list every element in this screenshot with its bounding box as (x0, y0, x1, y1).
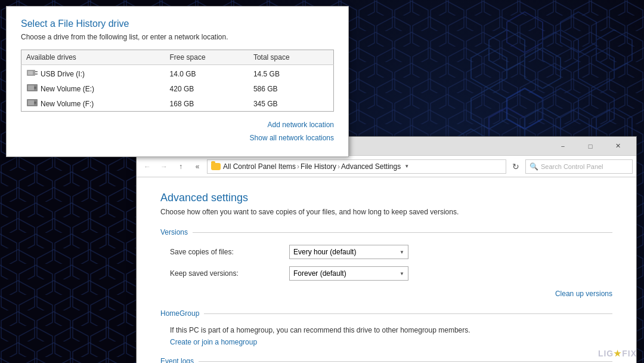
path-dropdown-button[interactable]: ▼ (401, 159, 413, 174)
create-homegroup-link[interactable]: Create or join a homegroup (160, 338, 612, 346)
save-copies-row: Save copies of files: Every hour (defaul… (160, 245, 612, 259)
search-box[interactable]: 🔍 Search Control Panel (525, 159, 633, 174)
homegroup-description: If this PC is part of a homegroup, you c… (160, 326, 612, 334)
watermark-fix: FIX (622, 349, 637, 358)
save-copies-dropdown-arrow: ▼ (400, 250, 404, 255)
versions-section-header: Versions (160, 228, 612, 236)
drive-icon (26, 69, 38, 79)
dialog-subtitle: Choose a drive from the following list, … (21, 33, 334, 41)
breadcrumb-part3: Advanced Settings (341, 162, 401, 171)
close-button[interactable]: ✕ (604, 137, 631, 156)
recent-locations-button[interactable]: « (190, 159, 205, 174)
drive-name: USB Drive (I:) (41, 70, 85, 78)
save-copies-value: Every hour (default) (293, 248, 356, 256)
address-path[interactable]: All Control Panel Items › File History ›… (207, 159, 506, 174)
path-sep1: › (297, 162, 299, 171)
keep-versions-value: Forever (default) (293, 269, 346, 278)
clean-up-versions-link[interactable]: Clean up versions (555, 290, 612, 298)
file-history-dialog: Select a File History drive Choose a dri… (6, 6, 349, 157)
keep-versions-label: Keep saved versions: (170, 269, 289, 278)
drive-total-space: 14.5 GB (249, 65, 334, 82)
col-header-free: Free space (165, 50, 249, 65)
content-subtitle: Choose how often you want to save copies… (160, 208, 612, 216)
search-icon: 🔍 (530, 162, 538, 171)
path-sep2: › (338, 162, 340, 171)
drive-name: New Volume (E:) (41, 85, 94, 93)
minimize-button[interactable]: − (549, 137, 577, 156)
svg-rect-50 (35, 73, 38, 75)
svg-rect-49 (35, 71, 38, 72)
content-title: Advanced settings (160, 192, 612, 204)
keep-versions-row: Keep saved versions: Forever (default) ▼ (160, 266, 612, 281)
search-placeholder: Search Control Panel (541, 163, 603, 170)
clean-up-link-container: Clean up versions (160, 288, 612, 299)
col-header-total: Total space (249, 50, 334, 65)
dialog-links: Add network location Show all network lo… (21, 119, 334, 144)
window-controls: − □ ✕ (549, 137, 631, 156)
svg-point-54 (34, 87, 36, 89)
save-copies-dropdown[interactable]: Every hour (default) ▼ (289, 245, 408, 259)
watermark: LIG★FIX (598, 349, 637, 358)
drive-free-space: 168 GB (165, 96, 249, 112)
drive-name-cell: USB Drive (I:) (21, 65, 165, 82)
drive-name: New Volume (F:) (41, 100, 94, 108)
drive-free-space: 14.0 GB (165, 65, 249, 82)
window-content: Advanced settings Choose how often you w… (137, 177, 636, 363)
watermark-text: LIG (598, 349, 614, 358)
svg-rect-53 (28, 85, 34, 90)
table-row[interactable]: USB Drive (I:) 14.0 GB 14.5 GB (21, 65, 334, 82)
event-logs-label: Event logs (160, 357, 194, 363)
table-row[interactable]: New Volume (F:) 168 GB 345 GB (21, 96, 334, 112)
drive-total-space: 345 GB (249, 96, 334, 112)
drive-free-space: 420 GB (165, 81, 249, 96)
homegroup-label: HomeGroup (160, 309, 199, 318)
event-logs-divider-line (199, 361, 612, 362)
svg-rect-56 (28, 100, 34, 105)
versions-divider-line (193, 232, 612, 233)
up-button[interactable]: ↑ (174, 159, 188, 174)
advanced-settings-window: Advanced Settings − □ ✕ ← → ↑ « All Cont… (136, 136, 637, 363)
drive-total-space: 586 GB (249, 81, 334, 96)
homegroup-section-header: HomeGroup (160, 309, 612, 318)
show-all-network-link[interactable]: Show all network locations (21, 132, 334, 145)
breadcrumb-part2: File History (301, 162, 336, 171)
event-logs-section-header: Event logs (160, 357, 612, 363)
save-copies-label: Save copies of files: (170, 248, 289, 256)
drive-name-cell: New Volume (E:) (21, 81, 165, 96)
breadcrumb-part1: All Control Panel Items (223, 162, 296, 171)
back-button[interactable]: ← (140, 159, 154, 174)
keep-versions-dropdown-arrow: ▼ (400, 271, 404, 276)
drive-name-cell: New Volume (F:) (21, 96, 165, 112)
versions-label: Versions (160, 228, 188, 236)
forward-button[interactable]: → (157, 159, 171, 174)
address-bar: ← → ↑ « All Control Panel Items › File H… (137, 156, 636, 177)
keep-versions-dropdown[interactable]: Forever (default) ▼ (289, 266, 408, 281)
homegroup-divider-line (204, 313, 612, 314)
drive-icon (26, 84, 38, 94)
watermark-star: ★ (614, 349, 622, 358)
svg-point-57 (34, 101, 36, 104)
add-network-location-link[interactable]: Add network location (21, 119, 334, 132)
col-header-name: Available drives (21, 50, 165, 65)
svg-rect-51 (28, 71, 33, 75)
table-row[interactable]: New Volume (E:) 420 GB 586 GB (21, 81, 334, 96)
folder-icon (211, 163, 221, 170)
drives-table: Available drives Free space Total space … (21, 50, 334, 112)
maximize-button[interactable]: □ (577, 137, 604, 156)
refresh-button[interactable]: ↻ (509, 159, 523, 174)
drive-icon (26, 99, 38, 109)
dialog-title: Select a File History drive (21, 19, 334, 29)
